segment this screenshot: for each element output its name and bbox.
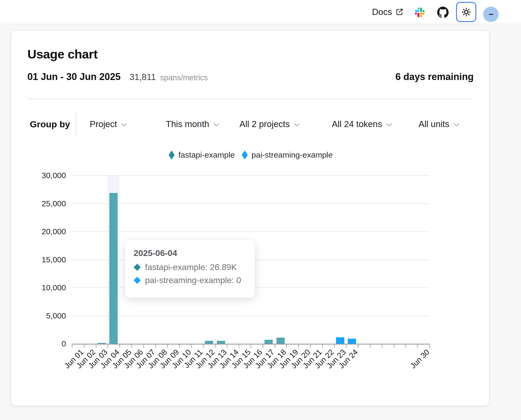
avatar-dash — [489, 14, 493, 15]
total-unit: spans/metrics — [160, 73, 208, 82]
docs-link[interactable]: Docs — [372, 0, 404, 24]
chevron-down-icon — [386, 123, 392, 127]
tooltip-row-text: pai-streaming-example: 0 — [145, 275, 241, 285]
gridline — [72, 175, 429, 176]
x-axis-tick — [179, 345, 180, 348]
legend-item[interactable]: pai-streaming-example — [242, 150, 333, 159]
bar-pai-streaming-example-23[interactable] — [336, 337, 344, 344]
bar-fastapi-example-4[interactable] — [109, 193, 118, 344]
units-filter-dropdown[interactable]: All units — [419, 119, 460, 129]
sun-icon — [461, 7, 471, 17]
diamond-icon — [169, 150, 175, 159]
x-axis-tick — [263, 345, 263, 348]
dropdown-label: All 2 projects — [239, 119, 290, 129]
x-axis-tick — [286, 345, 287, 348]
x-axis-tick — [131, 345, 132, 348]
tooltip-row-text: fastapi-example: 26.89K — [145, 262, 237, 272]
github-icon[interactable] — [437, 6, 449, 18]
diamond-icon — [242, 150, 248, 159]
days-remaining: 6 days remaining — [395, 71, 474, 82]
total-count: 31,811 — [130, 72, 156, 82]
x-axis-tick — [227, 345, 227, 348]
x-axis-tick — [429, 345, 430, 348]
x-axis-tick — [84, 345, 84, 348]
group-by-label: Group by — [30, 119, 70, 129]
tooltip-row: pai-streaming-example: 0 — [134, 275, 246, 285]
x-axis-tick — [382, 345, 382, 348]
x-axis-tick — [215, 345, 216, 348]
legend-label: pai-streaming-example — [251, 150, 333, 159]
chevron-down-icon — [453, 123, 460, 127]
bar-fastapi-example-17[interactable] — [264, 340, 273, 344]
x-axis-tick — [251, 345, 251, 348]
x-axis-tick — [143, 345, 144, 348]
page: Docs — [0, 0, 521, 420]
bar-pai-streaming-example-24[interactable] — [348, 339, 356, 344]
y-axis-label: 30,000 — [31, 171, 66, 180]
y-axis-label: 0 — [31, 339, 66, 348]
x-axis-tick — [203, 345, 204, 348]
x-axis-tick — [96, 345, 96, 348]
top-nav: Docs — [0, 0, 521, 24]
x-axis-tick — [72, 345, 72, 348]
projects-filter-dropdown[interactable]: All 2 projects — [239, 119, 300, 129]
gridline — [72, 203, 429, 204]
dropdown-label: All units — [419, 119, 449, 129]
legend-item[interactable]: fastapi-example — [169, 150, 235, 159]
x-axis-tick — [322, 345, 323, 348]
x-axis-tick — [346, 345, 346, 348]
x-axis-tick — [107, 345, 108, 348]
date-range: 01 Jun - 30 Jun 2025 — [27, 71, 121, 82]
chevron-down-icon — [294, 123, 300, 127]
gridline — [72, 231, 429, 232]
divider — [27, 99, 473, 99]
chevron-down-icon — [213, 123, 219, 127]
x-axis-tick — [239, 345, 239, 348]
diamond-icon — [134, 264, 141, 271]
x-axis-tick — [358, 345, 358, 348]
x-axis-tick — [310, 345, 311, 348]
y-axis-label: 15,000 — [31, 255, 66, 264]
dropdown-label: All 24 tokens — [332, 119, 382, 129]
time-range-dropdown[interactable]: This month — [166, 119, 219, 129]
legend-label: fastapi-example — [179, 150, 235, 159]
group-by-project-dropdown[interactable]: Project — [90, 119, 127, 129]
bar-fastapi-example-18[interactable] — [276, 338, 285, 344]
usage-card — [11, 30, 490, 406]
x-axis-tick — [417, 345, 418, 348]
y-axis-label: 5,000 — [31, 311, 66, 320]
x-axis-tick — [167, 345, 168, 348]
bar-fastapi-example-13[interactable] — [217, 341, 225, 344]
y-axis-label: 10,000 — [31, 283, 66, 292]
x-axis-tick — [155, 345, 156, 348]
tooltip-date: 2025-06-04 — [134, 248, 246, 258]
y-axis-label: 20,000 — [31, 227, 66, 236]
chart-legend: fastapi-examplepai-streaming-example — [72, 150, 429, 159]
y-axis-label: 25,000 — [31, 199, 66, 208]
dropdown-label: Project — [90, 119, 117, 129]
page-title: Usage chart — [27, 47, 98, 61]
diamond-icon — [134, 277, 141, 284]
x-axis-tick — [298, 345, 299, 348]
filter-divider — [76, 112, 76, 136]
x-axis-tick — [275, 345, 275, 348]
avatar[interactable] — [483, 7, 499, 22]
tooltip-row: fastapi-example: 26.89K — [134, 262, 246, 272]
x-axis-tick — [406, 345, 406, 348]
chart-tooltip: 2025-06-04 fastapi-example: 26.89Kpai-st… — [125, 240, 255, 298]
x-axis-tick — [370, 345, 370, 348]
tokens-filter-dropdown[interactable]: All 24 tokens — [332, 119, 392, 129]
chevron-down-icon — [121, 123, 127, 127]
x-axis-tick — [191, 345, 192, 348]
x-axis-tick — [334, 345, 335, 348]
bar-fastapi-example-12[interactable] — [205, 341, 213, 344]
theme-toggle-button[interactable] — [456, 2, 476, 22]
x-axis-tick — [394, 345, 394, 348]
external-link-icon — [395, 8, 404, 16]
slack-icon[interactable] — [415, 7, 425, 17]
x-axis-tick — [119, 345, 120, 348]
gridline — [72, 316, 429, 316]
docs-label: Docs — [372, 7, 392, 17]
dropdown-label: This month — [166, 119, 209, 129]
